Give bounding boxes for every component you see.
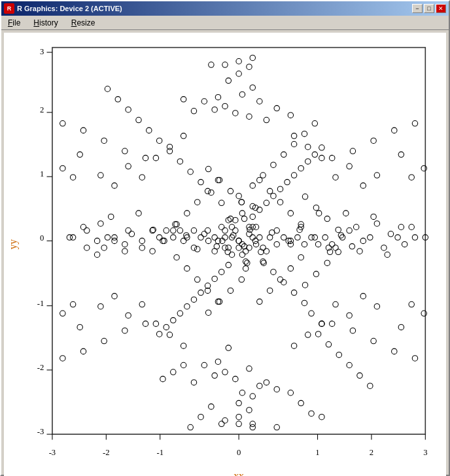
close-button[interactable]: ✕ xyxy=(436,4,446,13)
menu-bar: File History Resize xyxy=(1,16,449,30)
minimize-button[interactable]: − xyxy=(412,4,423,13)
svg-text:-3: -3 xyxy=(37,427,44,436)
svg-rect-0 xyxy=(52,48,425,435)
menu-history[interactable]: History xyxy=(29,17,61,29)
x-axis-label: xx xyxy=(234,470,244,476)
maximize-button[interactable]: □ xyxy=(424,4,434,13)
svg-text:1: 1 xyxy=(40,169,44,178)
plot-content: yy xx -3 -2 -1 0 1 2 3 -3 -2 -1 0 1 2 3 xyxy=(4,33,446,476)
app-icon: R xyxy=(4,3,14,14)
svg-text:3: 3 xyxy=(40,47,44,56)
menu-resize[interactable]: Resize xyxy=(67,17,99,29)
scatter-plot: yy xx -3 -2 -1 0 1 2 3 -3 -2 -1 0 1 2 3 xyxy=(4,33,446,476)
title-bar: R R Graphics: Device 2 (ACTIVE) − □ ✕ xyxy=(1,1,449,16)
svg-text:1: 1 xyxy=(315,448,319,457)
y-axis-label: yy xyxy=(7,239,19,250)
window-title: R Graphics: Device 2 (ACTIVE) xyxy=(17,5,122,12)
svg-text:3: 3 xyxy=(423,448,427,457)
svg-text:-2: -2 xyxy=(103,448,110,457)
svg-text:-1: -1 xyxy=(156,448,164,457)
title-bar-left: R R Graphics: Device 2 (ACTIVE) xyxy=(4,3,122,14)
svg-text:-3: -3 xyxy=(49,448,56,457)
menu-file[interactable]: File xyxy=(4,17,24,29)
svg-text:2: 2 xyxy=(40,105,44,114)
main-window: R R Graphics: Device 2 (ACTIVE) − □ ✕ Fi… xyxy=(0,0,450,476)
svg-text:-2: -2 xyxy=(37,363,44,372)
svg-text:-1: -1 xyxy=(37,299,44,308)
svg-text:0: 0 xyxy=(237,448,241,457)
plot-area: yy xx -3 -2 -1 0 1 2 3 -3 -2 -1 0 1 2 3 xyxy=(4,33,446,476)
title-buttons: − □ ✕ xyxy=(412,4,446,13)
svg-text:2: 2 xyxy=(370,448,373,457)
svg-text:0: 0 xyxy=(40,233,44,243)
